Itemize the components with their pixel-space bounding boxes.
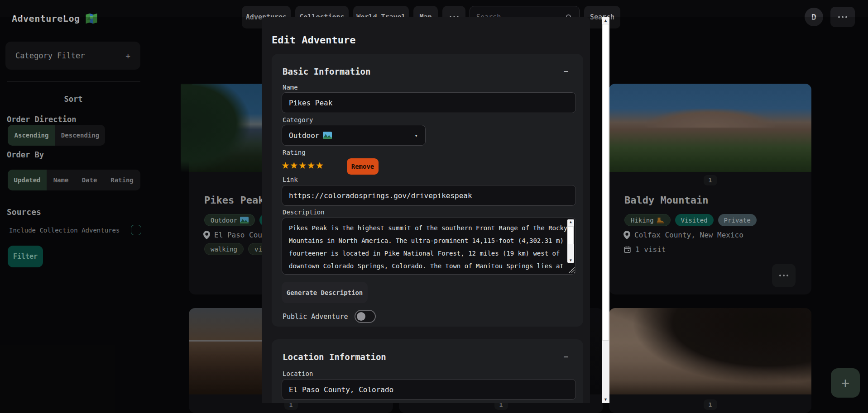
scroll-up-icon[interactable]: ▲ xyxy=(567,220,574,224)
public-adventure-label: Public Adventure xyxy=(283,313,348,321)
modal-scrollbar[interactable]: ▲ ▼ xyxy=(602,17,609,403)
toggle-knob xyxy=(357,312,365,321)
link-field[interactable]: https://coloradosprings.gov/drivepikespe… xyxy=(282,185,576,206)
location-value: El Paso County, Colorado xyxy=(289,385,393,394)
edit-adventure-modal: Edit Adventure Basic Information − Name … xyxy=(262,17,590,403)
chevron-down-icon: ▾ xyxy=(414,132,418,139)
category-label: Category xyxy=(283,116,313,123)
description-textarea[interactable]: Pikes Peak is the highest summit of the … xyxy=(282,218,576,275)
star-icon[interactable]: ★ xyxy=(299,157,307,172)
category-select[interactable]: Outdoor ▾ xyxy=(282,125,426,146)
basic-information-section: Basic Information − Name Pikes Peak Cate… xyxy=(272,54,583,327)
adventurelog-app: AdventureLog Adventures Collections Worl… xyxy=(0,0,868,413)
link-value: https://coloradosprings.gov/drivepikespe… xyxy=(289,191,472,200)
collapse-section-button[interactable]: − xyxy=(561,351,571,362)
public-adventure-toggle[interactable] xyxy=(355,310,376,323)
location-field[interactable]: El Paso County, Colorado xyxy=(282,379,576,400)
remove-rating-button[interactable]: Remove xyxy=(347,158,379,175)
star-rating[interactable]: ★ ★ ★ ★ ★ xyxy=(282,157,323,172)
star-icon[interactable]: ★ xyxy=(316,157,323,172)
textarea-scrollbar[interactable]: ▲ ▼ xyxy=(567,219,574,263)
scroll-up-icon[interactable]: ▲ xyxy=(602,18,609,23)
section-title: Location Information xyxy=(283,352,386,362)
scrollbar-thumb[interactable] xyxy=(568,226,574,244)
name-value: Pikes Peak xyxy=(289,99,332,107)
scroll-down-icon[interactable]: ▼ xyxy=(567,258,574,262)
public-adventure-row: Public Adventure xyxy=(283,310,376,323)
category-value: Outdoor xyxy=(289,131,319,140)
rating-label: Rating xyxy=(283,149,306,156)
star-icon[interactable]: ★ xyxy=(282,157,289,172)
textarea-resize-handle[interactable] xyxy=(568,267,575,273)
location-information-section: Location Information − Location El Paso … xyxy=(272,339,583,403)
name-label: Name xyxy=(283,84,298,91)
link-label: Link xyxy=(283,176,298,183)
outdoor-park-icon xyxy=(323,132,332,139)
star-icon[interactable]: ★ xyxy=(290,157,298,172)
star-icon[interactable]: ★ xyxy=(307,157,315,172)
location-label: Location xyxy=(283,370,313,377)
modal-title: Edit Adventure xyxy=(272,34,355,46)
collapse-section-button[interactable]: − xyxy=(561,66,571,76)
scrollbar-thumb[interactable] xyxy=(602,24,609,341)
generate-description-button[interactable]: Generate Description xyxy=(282,282,368,303)
description-label: Description xyxy=(283,209,325,216)
section-title: Basic Information xyxy=(283,66,370,76)
name-field[interactable]: Pikes Peak xyxy=(282,92,576,113)
scroll-down-icon[interactable]: ▼ xyxy=(602,397,609,402)
description-value: Pikes Peak is the highest summit of the … xyxy=(289,222,571,275)
